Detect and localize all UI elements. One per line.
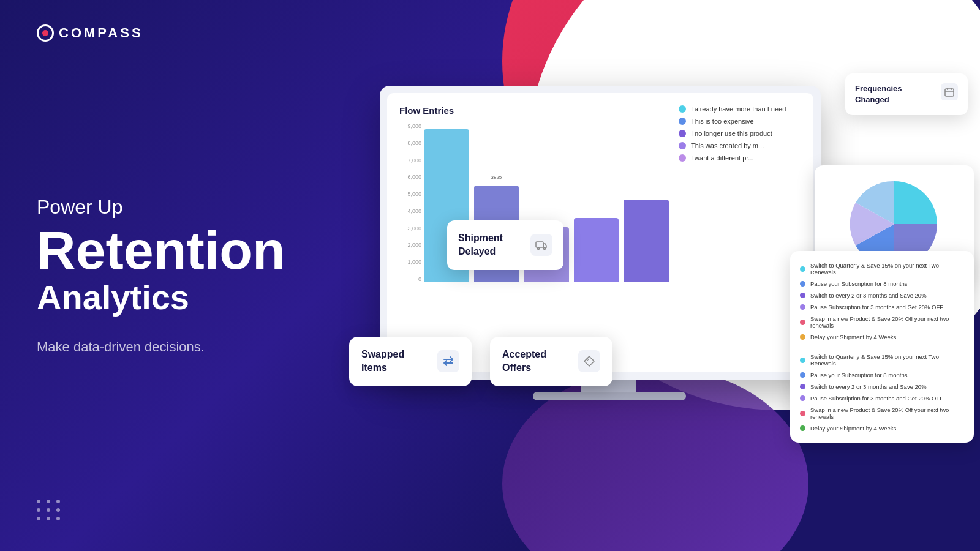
legend-dot-4	[679, 142, 686, 149]
legend-panel: I already have more than I need This is …	[679, 105, 801, 360]
hero-subtitle: Make data-driven decisions.	[37, 339, 331, 355]
list-dot-10	[800, 395, 805, 401]
list-label-9: Switch to every 2 or 3 months and Save 2…	[810, 383, 927, 390]
list-item-9: Switch to every 2 or 3 months and Save 2…	[800, 381, 964, 392]
y-label-9000: 9,000	[399, 123, 421, 129]
list-label-8: Pause your Subscription for 8 months	[810, 372, 907, 378]
list-card: Switch to Quarterly & Save 15% on your n…	[790, 251, 974, 443]
legend-item-2: This is too expensive	[679, 118, 801, 125]
frequencies-icon	[941, 83, 958, 100]
dashboard-area: Flow Entries 0 1,000 2,000 3,000 4,000 5…	[343, 37, 980, 551]
calendar-icon	[944, 87, 954, 97]
list-label-7: Switch to Quarterly & Save 15% on your n…	[810, 353, 964, 367]
swapped-icon	[437, 350, 459, 372]
shipment-icon	[530, 234, 552, 256]
monitor-screen: Flow Entries 0 1,000 2,000 3,000 4,000 5…	[380, 86, 821, 380]
offers-icon	[578, 350, 600, 372]
list-item-1: Switch to Quarterly & Save 15% on your n…	[800, 260, 964, 278]
y-label-4000: 4,000	[399, 208, 421, 214]
list-item-12: Delay your Shipment by 4 Weeks	[800, 422, 964, 434]
dot	[37, 508, 40, 512]
list-divider	[800, 347, 964, 347]
y-label-7000: 7,000	[399, 157, 421, 163]
list-item-2: Pause your Subscription for 8 months	[800, 278, 964, 290]
dot	[37, 500, 40, 503]
y-label-3000: 3,000	[399, 225, 421, 231]
list-item-4: Pause Subscription for 3 months and Get …	[800, 301, 964, 313]
legend-dot-2	[679, 118, 686, 125]
legend-label-3: I no longer use this product	[691, 130, 772, 137]
svg-point-5	[538, 248, 540, 250]
hero-line2: Retention	[37, 223, 331, 277]
list-dot-11	[800, 411, 805, 416]
legend-item-4: This was created by m...	[679, 142, 801, 149]
svg-point-6	[544, 248, 546, 250]
frequencies-card: FrequenciesChanged	[845, 73, 968, 115]
svg-rect-4	[536, 242, 543, 247]
truck-icon	[535, 239, 548, 251]
list-label-10: Pause Subscription for 3 months and Get …	[810, 395, 943, 402]
list-dot-3	[800, 293, 805, 298]
legend-label-1: I already have more than I need	[691, 105, 786, 113]
y-label-0: 0	[399, 276, 421, 282]
y-label-2000: 2,000	[399, 242, 421, 248]
y-label-6000: 6,000	[399, 174, 421, 180]
list-label-11: Swap in a new Product & Save 20% Off you…	[810, 407, 964, 420]
y-label-5000: 5,000	[399, 191, 421, 197]
list-dot-2	[800, 281, 805, 287]
tag-icon	[583, 355, 595, 367]
list-dot-9	[800, 384, 805, 389]
monitor-stand-base	[533, 392, 686, 400]
svg-point-7	[587, 359, 589, 361]
dot	[56, 500, 60, 503]
bar-group-4	[574, 218, 619, 282]
svg-rect-0	[945, 89, 954, 96]
legend-item-1: I already have more than I need	[679, 105, 801, 113]
bar-4	[574, 218, 619, 282]
list-dot-7	[800, 358, 805, 363]
legend-dot-5	[679, 154, 686, 162]
list-item-8: Pause your Subscription for 8 months	[800, 369, 964, 381]
legend-label-5: I want a different pr...	[691, 154, 754, 162]
list-dot-8	[800, 372, 805, 378]
list-item-5: Swap in a new Product & Save 20% Off you…	[800, 313, 964, 331]
dot	[56, 508, 60, 512]
list-item-6: Delay your Shipment by 4 Weeks	[800, 331, 964, 343]
decorative-dots	[37, 500, 61, 520]
legend-dot-1	[679, 105, 686, 113]
list-dot-5	[800, 320, 805, 325]
accepted-offers-card: AcceptedOffers	[490, 337, 612, 386]
bar-2-label: 3825	[491, 174, 502, 180]
dot	[47, 508, 50, 512]
legend-list: I already have more than I need This is …	[679, 105, 801, 162]
offers-title: AcceptedOffers	[502, 348, 546, 375]
dot	[37, 517, 40, 520]
swapped-items-card: SwappedItems	[349, 337, 472, 386]
list-label-4: Pause Subscription for 3 months and Get …	[810, 304, 943, 310]
hero-content: Power Up Retention Analytics Make data-d…	[37, 0, 331, 551]
y-label-1000: 1,000	[399, 259, 421, 265]
legend-label-2: This is too expensive	[691, 118, 754, 125]
legend-label-4: This was created by m...	[691, 142, 764, 149]
y-axis: 0 1,000 2,000 3,000 4,000 5,000 6,000 7,…	[399, 123, 421, 282]
list-label-5: Swap in a new Product & Save 20% Off you…	[810, 315, 964, 329]
list-label-6: Delay your Shipment by 4 Weeks	[810, 334, 896, 340]
y-label-8000: 8,000	[399, 140, 421, 146]
shipment-title: ShipmentDelayed	[458, 231, 503, 259]
frequencies-title: FrequenciesChanged	[855, 83, 902, 105]
list-item-11: Swap in a new Product & Save 20% Off you…	[800, 404, 964, 422]
dot	[47, 500, 50, 503]
list-dot-1	[800, 266, 805, 272]
shipment-delayed-card: ShipmentDelayed	[447, 220, 564, 270]
list-label-1: Switch to Quarterly & Save 15% on your n…	[810, 262, 964, 276]
list-dot-4	[800, 304, 805, 310]
list-item-7: Switch to Quarterly & Save 15% on your n…	[800, 351, 964, 369]
dot	[47, 517, 50, 520]
swapped-title: SwappedItems	[361, 348, 404, 375]
list-dot-6	[800, 334, 805, 340]
bar-group-5	[624, 200, 669, 282]
dot	[56, 517, 60, 520]
list-item-3: Switch to every 2 or 3 months and Save 2…	[800, 290, 964, 301]
list-dot-12	[800, 425, 805, 431]
swap-icon	[442, 354, 455, 368]
